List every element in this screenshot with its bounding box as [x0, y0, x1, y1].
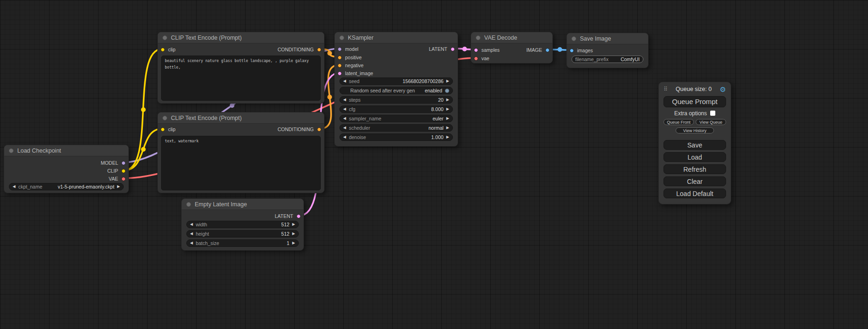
node-titlebar[interactable]: Save Image	[567, 33, 648, 44]
arrow-left-icon[interactable]: ◀	[190, 221, 193, 228]
arrow-right-icon[interactable]: ▶	[446, 78, 449, 84]
settings-gear-icon[interactable]: ⚙	[720, 86, 726, 93]
arrow-right-icon[interactable]: ▶	[446, 115, 449, 122]
output-slot-model[interactable]: MODEL	[101, 160, 126, 166]
prompt-textarea[interactable]: beautiful scenery nature glass bottle la…	[161, 56, 321, 101]
arrow-right-icon[interactable]: ▶	[117, 183, 120, 190]
output-dot-model[interactable]	[121, 161, 126, 165]
input-dot-latent-image[interactable]	[338, 71, 342, 76]
node-vae-decode[interactable]: VAE Decode samples vae IMAGE	[471, 32, 553, 63]
input-dot-clip[interactable]	[161, 127, 165, 132]
arrow-left-icon[interactable]: ◀	[343, 78, 346, 84]
node-clip-text-encode-positive[interactable]: CLIP Text Encode (Prompt) clip CONDITION…	[157, 32, 325, 104]
random-seed-widget[interactable]: Random seed after every gen enabled	[339, 87, 453, 94]
queue-menu-panel[interactable]: ⠿ Queue size: 0 ⚙ Queue Prompt Extra opt…	[658, 82, 731, 204]
input-dot-images[interactable]	[570, 49, 574, 53]
height-widget[interactable]: ◀ height 512 ▶	[186, 230, 299, 238]
view-history-button[interactable]: View History	[676, 127, 714, 133]
collapse-dot-icon[interactable]	[339, 35, 344, 40]
output-slot-conditioning[interactable]: CONDITIONING	[277, 126, 321, 133]
steps-widget[interactable]: ◀ steps 20 ▶	[339, 96, 453, 104]
node-graph-canvas[interactable]: Load Checkpoint MODEL CLIP VAE ◀ ckpt_na…	[0, 0, 868, 329]
output-slot-conditioning[interactable]: CONDITIONING	[277, 46, 321, 53]
input-slot-latent-image[interactable]: latent_image	[338, 70, 373, 77]
output-dot-conditioning[interactable]	[317, 127, 321, 132]
input-dot-negative[interactable]	[338, 63, 342, 68]
save-button[interactable]: Save	[663, 140, 726, 150]
input-slot-positive[interactable]: positive	[338, 54, 362, 61]
output-dot-image[interactable]	[545, 48, 550, 52]
node-titlebar[interactable]: CLIP Text Encode (Prompt)	[158, 112, 324, 124]
output-dot-conditioning[interactable]	[317, 48, 321, 52]
collapse-dot-icon[interactable]	[162, 35, 167, 40]
input-dot-vae[interactable]	[474, 56, 478, 61]
output-dot-latent[interactable]	[296, 214, 301, 218]
arrow-right-icon[interactable]: ▶	[446, 134, 449, 140]
seed-widget[interactable]: ◀ seed 156680208700286 ▶	[339, 77, 453, 85]
collapse-dot-icon[interactable]	[476, 35, 480, 40]
arrow-right-icon[interactable]: ▶	[292, 221, 295, 228]
filename-prefix-widget[interactable]: filename_prefix ComfyUI	[572, 56, 643, 63]
arrow-left-icon[interactable]: ◀	[13, 183, 15, 190]
extra-options-checkbox[interactable]	[710, 111, 715, 116]
node-titlebar[interactable]: CLIP Text Encode (Prompt)	[158, 32, 324, 43]
arrow-right-icon[interactable]: ▶	[446, 125, 449, 131]
clear-button[interactable]: Clear	[663, 176, 726, 186]
output-slot-image[interactable]: IMAGE	[526, 47, 550, 53]
node-save-image[interactable]: Save Image images filename_prefix ComfyU…	[566, 33, 649, 68]
load-default-button[interactable]: Load Default	[663, 189, 726, 198]
arrow-left-icon[interactable]: ◀	[190, 240, 193, 246]
arrow-right-icon[interactable]: ▶	[292, 240, 295, 246]
arrow-left-icon[interactable]: ◀	[190, 231, 193, 237]
output-dot-latent[interactable]	[451, 47, 455, 51]
node-titlebar[interactable]: KSampler	[335, 32, 458, 43]
collapse-dot-icon[interactable]	[162, 116, 167, 120]
output-slot-latent[interactable]: LATENT	[275, 213, 301, 219]
input-slot-vae[interactable]: vae	[474, 55, 489, 62]
node-titlebar[interactable]: Load Checkpoint	[4, 145, 128, 156]
input-slot-samples[interactable]: samples	[474, 47, 500, 53]
arrow-right-icon[interactable]: ▶	[292, 231, 295, 237]
input-slot-clip[interactable]: clip	[161, 126, 176, 133]
arrow-left-icon[interactable]: ◀	[343, 125, 346, 131]
input-slot-images[interactable]: images	[570, 47, 593, 54]
queue-prompt-button[interactable]: Queue Prompt	[663, 96, 726, 107]
input-dot-clip[interactable]	[161, 48, 165, 52]
collapse-dot-icon[interactable]	[572, 36, 576, 41]
ckpt-name-widget[interactable]: ◀ ckpt_name v1-5-pruned-emaonly.ckpt ▶	[9, 183, 124, 190]
output-slot-clip[interactable]: CLIP	[107, 168, 126, 174]
node-titlebar[interactable]: Empty Latent Image	[182, 199, 303, 210]
node-clip-text-encode-negative[interactable]: CLIP Text Encode (Prompt) clip CONDITION…	[157, 112, 325, 193]
sampler-name-widget[interactable]: ◀ sampler_name euler ▶	[339, 115, 453, 122]
output-dot-vae[interactable]	[121, 177, 126, 181]
toggle-indicator-icon[interactable]	[445, 89, 449, 93]
node-titlebar[interactable]: VAE Decode	[471, 32, 552, 43]
view-queue-button[interactable]: View Queue	[696, 119, 726, 125]
batch-size-widget[interactable]: ◀ batch_size 1 ▶	[186, 239, 299, 247]
arrow-left-icon[interactable]: ◀	[343, 134, 346, 140]
collapse-dot-icon[interactable]	[186, 202, 191, 207]
arrow-right-icon[interactable]: ▶	[446, 106, 449, 112]
cfg-widget[interactable]: ◀ cfg 8.000 ▶	[339, 105, 453, 113]
arrow-left-icon[interactable]: ◀	[343, 97, 346, 103]
denoise-widget[interactable]: ◀ denoise 1.000 ▶	[339, 133, 453, 141]
input-dot-samples[interactable]	[474, 48, 478, 52]
input-slot-clip[interactable]: clip	[161, 46, 176, 53]
node-ksampler[interactable]: KSampler model positive negative latent_…	[334, 32, 458, 147]
output-dot-clip[interactable]	[121, 169, 126, 173]
collapse-dot-icon[interactable]	[9, 148, 14, 153]
arrow-left-icon[interactable]: ◀	[343, 115, 346, 122]
node-empty-latent-image[interactable]: Empty Latent Image LATENT ◀ width 512 ▶ …	[181, 198, 304, 251]
arrow-right-icon[interactable]: ▶	[446, 97, 449, 103]
arrow-left-icon[interactable]: ◀	[343, 106, 346, 112]
scheduler-widget[interactable]: ◀ scheduler normal ▶	[339, 124, 453, 132]
drag-handle-icon[interactable]: ⠿	[663, 86, 668, 92]
output-slot-vae[interactable]: VAE	[109, 175, 126, 182]
output-slot-latent[interactable]: LATENT	[429, 46, 455, 52]
input-dot-positive[interactable]	[338, 56, 342, 60]
queue-front-button[interactable]: Queue Front	[663, 119, 694, 125]
width-widget[interactable]: ◀ width 512 ▶	[186, 221, 299, 228]
prompt-textarea[interactable]: text, watermark	[161, 136, 321, 190]
node-load-checkpoint[interactable]: Load Checkpoint MODEL CLIP VAE ◀ ckpt_na…	[4, 145, 129, 193]
input-slot-model[interactable]: model	[338, 46, 359, 52]
